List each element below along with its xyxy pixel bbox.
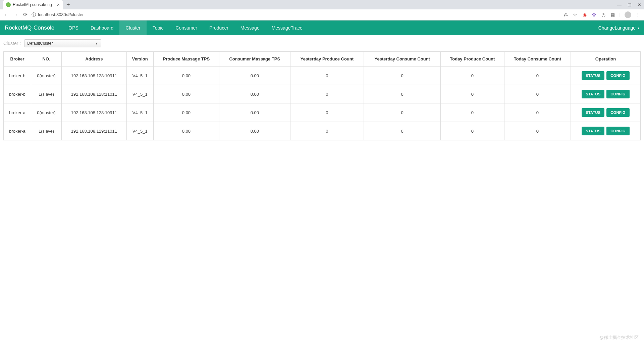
extension-red-icon[interactable]: ◉: [582, 12, 587, 17]
table-cell: 0.00: [219, 67, 290, 85]
info-icon[interactable]: ⓘ: [32, 12, 36, 18]
table-cell: 0: [504, 122, 571, 140]
table-cell: 0: [504, 85, 571, 103]
toolbar-icons: ⁂ ☆ ◉ ✿ ◎ ▦ | ⋮: [563, 11, 641, 18]
broker-table: BrokerNO.AddressVersionProduce Massage T…: [3, 51, 641, 140]
table-cell: 0.00: [219, 103, 290, 122]
url-text: localhost:8080/#/cluster: [38, 12, 84, 17]
table-cell: 0: [364, 122, 441, 140]
table-cell: V4_5_1: [126, 122, 153, 140]
cluster-filter-row: Cluster : DefaultCluster ▼: [0, 35, 644, 51]
favicon-icon: [6, 2, 11, 7]
table-body: broker-b0(master)192.168.108.128:10911V4…: [4, 67, 641, 140]
browser-tab[interactable]: RocketMq-console-ng ×: [3, 0, 63, 9]
address-bar: ← → ⟳ ⓘ localhost:8080/#/cluster ⁂ ☆ ◉ ✿…: [0, 9, 644, 20]
table-cell: 0: [441, 122, 504, 140]
config-button[interactable]: CONFIG: [606, 90, 630, 98]
table-header-cell: Address: [62, 52, 127, 67]
reload-icon[interactable]: ⟳: [22, 11, 28, 18]
table-header-cell: Today Consume Count: [504, 52, 571, 67]
nav-item-message[interactable]: Message: [234, 20, 266, 35]
status-button[interactable]: STATUS: [582, 71, 604, 80]
brand-title[interactable]: RocketMQ-Console: [5, 25, 54, 31]
status-button[interactable]: STATUS: [582, 90, 604, 98]
table-cell: 0: [290, 122, 364, 140]
table-header-cell: Version: [126, 52, 153, 67]
bookmark-icon[interactable]: ☆: [573, 12, 578, 17]
table-cell: 0: [290, 67, 364, 85]
table-cell: 0: [290, 85, 364, 103]
extension-purple-icon[interactable]: ✿: [591, 12, 597, 17]
table-cell: 192.168.108.128:10911: [62, 103, 127, 122]
table-header-cell: Today Produce Count: [441, 52, 504, 67]
operation-cell: STATUSCONFIG: [571, 122, 641, 140]
translate-icon[interactable]: ⁂: [563, 12, 569, 17]
operation-cell: STATUSCONFIG: [571, 85, 641, 103]
table-header-cell: Yesterday Consume Count: [364, 52, 441, 67]
table-cell: 192.168.108.129:11011: [62, 122, 127, 140]
extension-grid-icon[interactable]: ▦: [610, 12, 615, 17]
config-button[interactable]: CONFIG: [606, 108, 630, 117]
table-cell: 0: [441, 103, 504, 122]
table-header-cell: Yesterday Produce Count: [290, 52, 364, 67]
table-cell: broker-a: [4, 103, 31, 122]
nav-item-ops[interactable]: OPS: [62, 20, 85, 35]
table-cell: 0: [364, 103, 441, 122]
nav-item-producer[interactable]: Producer: [203, 20, 234, 35]
close-icon[interactable]: ✕: [638, 2, 641, 7]
nav-item-topic[interactable]: Topic: [147, 20, 170, 35]
table-cell: 0(master): [31, 103, 62, 122]
table-cell: 0: [364, 67, 441, 85]
url-field[interactable]: ⓘ localhost:8080/#/cluster: [32, 12, 560, 18]
tab-close-icon[interactable]: ×: [57, 2, 60, 7]
nav-item-dashboard[interactable]: Dashboard: [85, 20, 120, 35]
table-cell: 192.168.108.128:10911: [62, 67, 127, 85]
broker-table-wrap: BrokerNO.AddressVersionProduce Massage T…: [0, 51, 644, 147]
cluster-selected-value: DefaultCluster: [27, 41, 53, 46]
chevron-down-icon: ▼: [95, 42, 98, 45]
browser-chrome: RocketMq-console-ng × + — ☐ ✕ ← → ⟳ ⓘ lo…: [0, 0, 644, 20]
forward-icon[interactable]: →: [13, 12, 19, 18]
back-icon[interactable]: ←: [3, 12, 9, 18]
nav-item-messagetrace[interactable]: MessageTrace: [266, 20, 309, 35]
table-cell: V4_5_1: [126, 85, 153, 103]
table-cell: 0(master): [31, 67, 62, 85]
config-button[interactable]: CONFIG: [606, 71, 630, 80]
table-cell: 0: [364, 85, 441, 103]
table-header-cell: Consumer Massage TPS: [219, 52, 290, 67]
table-row: broker-a1(slave)192.168.108.129:11011V4_…: [4, 122, 641, 140]
new-tab-button[interactable]: +: [66, 1, 70, 8]
table-row: broker-a0(master)192.168.108.128:10911V4…: [4, 103, 641, 122]
table-cell: broker-a: [4, 122, 31, 140]
nav-item-consumer[interactable]: Consumer: [169, 20, 203, 35]
minimize-icon[interactable]: —: [617, 2, 622, 7]
maximize-icon[interactable]: ☐: [628, 2, 632, 7]
status-button[interactable]: STATUS: [582, 127, 604, 135]
extension-circle-icon[interactable]: ◎: [601, 12, 606, 17]
table-cell: 0.00: [153, 122, 219, 140]
status-button[interactable]: STATUS: [582, 108, 604, 117]
config-button[interactable]: CONFIG: [606, 127, 630, 135]
divider: |: [620, 12, 621, 17]
operation-cell: STATUSCONFIG: [571, 103, 641, 122]
window-controls: — ☐ ✕: [617, 0, 641, 9]
table-cell: 0: [504, 67, 571, 85]
tab-title: RocketMq-console-ng: [13, 2, 52, 7]
nav-item-cluster[interactable]: Cluster: [119, 20, 146, 35]
change-language-button[interactable]: ChangeLanguage ▾: [598, 25, 639, 31]
cluster-select[interactable]: DefaultCluster ▼: [24, 39, 101, 47]
table-cell: 0.00: [219, 85, 290, 103]
nav-items: OPSDashboardClusterTopicConsumerProducer…: [62, 20, 308, 35]
profile-avatar-icon[interactable]: [625, 11, 631, 18]
table-cell: broker-b: [4, 67, 31, 85]
table-cell: 0.00: [219, 122, 290, 140]
table-row: broker-b1(slave)192.168.108.128:11011V4_…: [4, 85, 641, 103]
tab-bar: RocketMq-console-ng × + — ☐ ✕: [0, 0, 644, 9]
kebab-menu-icon[interactable]: ⋮: [635, 12, 641, 17]
table-row: broker-b0(master)192.168.108.128:10911V4…: [4, 67, 641, 85]
language-label: ChangeLanguage: [598, 25, 636, 31]
table-header-cell: NO.: [31, 52, 62, 67]
table-cell: V4_5_1: [126, 67, 153, 85]
table-cell: broker-b: [4, 85, 31, 103]
table-cell: 0.00: [153, 85, 219, 103]
